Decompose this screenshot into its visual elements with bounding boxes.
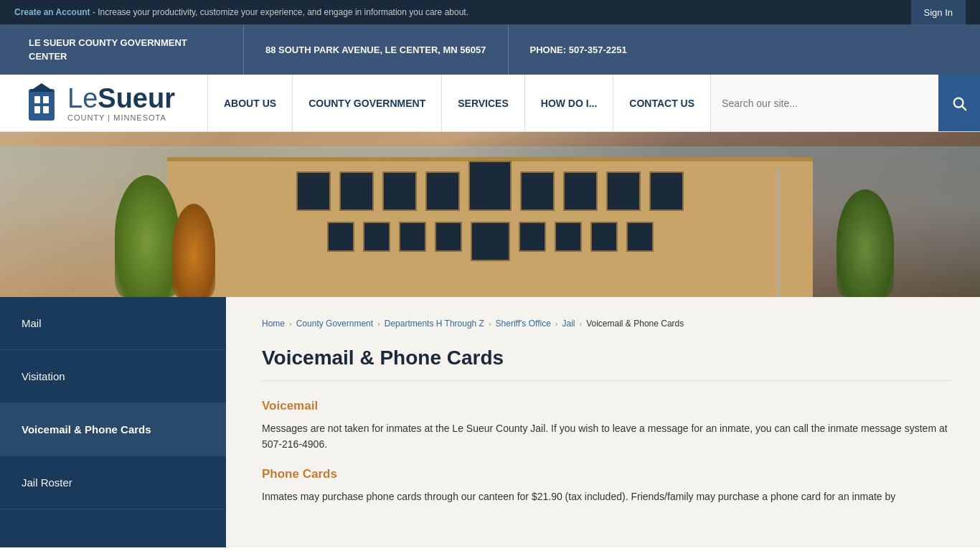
header-address: 88 SOUTH PARK AVENUE, LE CENTER, MN 5605… [244,24,509,75]
create-account-link[interactable]: Create an Account [14,7,90,17]
svg-marker-1 [29,83,55,92]
nav-item-contact[interactable]: CONTACT US [613,75,711,131]
nav-item-how-do-i[interactable]: HOW DO I... [525,75,614,131]
main-content: Mail Visitation Voicemail & Phone Cards … [0,297,980,547]
search-button[interactable] [938,75,980,131]
hero-image [0,132,980,297]
svg-line-7 [962,106,966,110]
sidebar-item-mail[interactable]: Mail [0,297,226,350]
page-title: Voicemail & Phone Cards [262,347,951,381]
breadcrumb: Home › County Government › Departments H… [262,319,951,329]
breadcrumb-sheriffs-office[interactable]: Sheriff's Office [496,319,551,329]
search-icon [951,95,967,111]
nav-item-about[interactable]: ABOUT US [208,75,293,131]
logo-sueur: Sueur [98,85,175,112]
org-name: LE SUEUR COUNTY GOVERNMENT CENTER [0,24,244,75]
header-info-bar: LE SUEUR COUNTY GOVERNMENT CENTER 88 SOU… [0,24,980,75]
search-input[interactable] [711,75,938,131]
nav-item-county-gov[interactable]: COUNTY GOVERNMENT [293,75,442,131]
svg-rect-2 [34,96,40,103]
section-heading-phone-cards: Phone Cards [262,467,951,481]
section-heading-voicemail: Voicemail [262,399,951,413]
site-logo[interactable]: Le Sueur COUNTY | MINNESOTA [0,75,208,131]
banner-message: Create an Account - Increase your produc… [14,7,468,17]
breadcrumb-current: Voicemail & Phone Cards [586,319,684,329]
svg-rect-0 [29,89,55,121]
logo-sub: COUNTY | MINNESOTA [67,113,175,122]
logo-le: Le [67,85,98,112]
sidebar-item-visitation[interactable]: Visitation [0,350,226,403]
breadcrumb-departments[interactable]: Departments H Through Z [385,319,484,329]
breadcrumb-home[interactable]: Home [262,319,285,329]
section-text-phone-cards: Inmates may purchase phone cards through… [262,489,951,504]
nav-search [711,75,980,131]
sign-in-button[interactable]: Sign In [911,0,966,24]
content-area: Home › County Government › Departments H… [226,297,980,547]
logo-text: Le Sueur COUNTY | MINNESOTA [67,85,175,122]
sidebar-item-voicemail[interactable]: Voicemail & Phone Cards [0,403,226,456]
breadcrumb-county-gov[interactable]: County Government [296,319,373,329]
sidebar-item-jail-roster[interactable]: Jail Roster [0,456,226,509]
section-text-voicemail: Messages are not taken for inmates at th… [262,420,951,453]
nav-bar: Le Sueur COUNTY | MINNESOTA ABOUT US COU… [0,75,980,132]
svg-rect-4 [34,106,40,113]
header-phone: PHONE: 507-357-2251 [509,24,649,75]
nav-menu: ABOUT US COUNTY GOVERNMENT SERVICES HOW … [208,75,711,131]
nav-item-services[interactable]: SERVICES [442,75,525,131]
sidebar: Mail Visitation Voicemail & Phone Cards … [0,297,226,547]
logo-icon [29,83,62,123]
svg-rect-5 [43,106,49,113]
breadcrumb-jail[interactable]: Jail [562,319,575,329]
top-banner: Create an Account - Increase your produc… [0,0,980,24]
svg-rect-3 [43,96,49,103]
